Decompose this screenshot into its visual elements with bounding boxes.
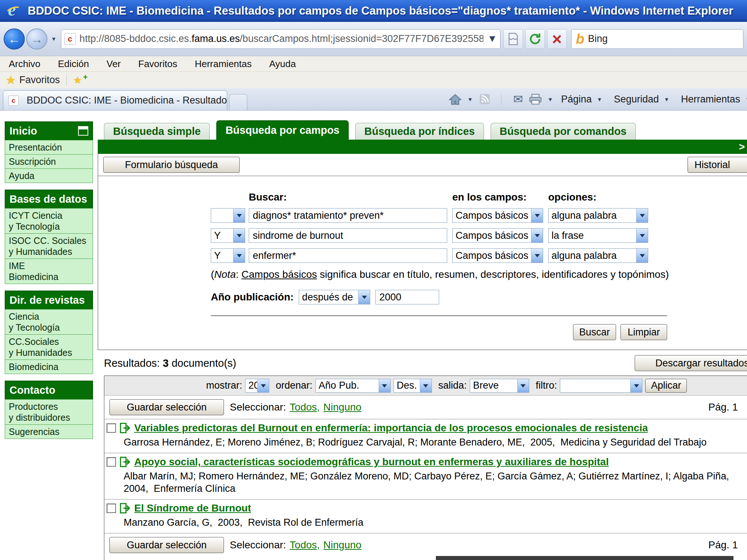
result-item: El Síndrome de Burnout Manzano García, G… — [104, 499, 747, 533]
sidebar-item-suscripcion[interactable]: Suscripción — [5, 154, 93, 169]
field-select[interactable]: Campos básicos — [452, 248, 543, 263]
field-select[interactable]: Campos básicos — [452, 228, 543, 243]
forward-button[interactable]: → — [26, 28, 47, 50]
search-term-input[interactable] — [249, 248, 447, 263]
result-checkbox[interactable] — [107, 503, 116, 513]
address-dropdown[interactable]: ▼ — [483, 33, 497, 44]
sidebar-item-ciencia-tecnologia[interactable]: Ciencia y Tecnología — [5, 309, 93, 335]
select-none-link[interactable]: Ninguno — [324, 401, 361, 413]
year-input[interactable] — [375, 290, 439, 304]
tab-busqueda-por-campos[interactable]: Búsqueda por campos — [216, 120, 349, 140]
campos-basicos-link[interactable]: Campos básicos — [241, 269, 317, 280]
select-none-link[interactable]: Ninguno — [324, 539, 361, 551]
sidebar-item-ime[interactable]: IME Biomedicina — [5, 258, 93, 284]
descargar-resultados-button[interactable]: Descargar resultados — [635, 355, 747, 371]
tools-menu-button[interactable]: Herramientas ▼ — [677, 94, 747, 105]
refresh-button[interactable] — [525, 29, 545, 49]
sidebar-item-ayuda[interactable]: Ayuda — [5, 168, 93, 183]
select-all-link[interactable]: Todos — [290, 401, 317, 413]
search-term-input[interactable] — [249, 208, 447, 223]
guardar-seleccion-button[interactable]: Guardar selección — [109, 399, 224, 415]
sidebar-item-icyt[interactable]: ICYT Ciencia y Tecnología — [5, 208, 93, 234]
back-arrow-icon: ← — [8, 33, 20, 45]
menu-favoritos[interactable]: Favoritos — [138, 58, 177, 70]
search-term-input[interactable] — [249, 228, 447, 243]
form-content: Buscar: en los campos: opciones: Campos … — [98, 176, 747, 350]
back-button[interactable]: ← — [4, 28, 25, 50]
option-select[interactable]: alguna palabra — [548, 248, 648, 263]
search-box[interactable]: b Bing — [571, 29, 743, 49]
menu-ayuda[interactable]: Ayuda — [269, 58, 296, 70]
aplicar-button[interactable]: Aplicar — [645, 379, 687, 393]
star-icon: ★ — [73, 75, 82, 85]
window-icon[interactable] — [78, 126, 88, 136]
option-select[interactable]: alguna palabra — [548, 208, 648, 223]
ordenar-select[interactable]: Año Pub. — [316, 379, 391, 393]
page-menu-button[interactable]: Página ▼ — [557, 94, 608, 105]
home-button[interactable] — [448, 92, 463, 106]
sidebar-item-biomedicina[interactable]: Biomedicina — [5, 359, 93, 374]
tab-busqueda-por-indices[interactable]: Búsqueda por índices — [355, 123, 484, 140]
boolean-operator-select[interactable]: Y — [211, 248, 245, 263]
menu-ver[interactable]: Ver — [107, 58, 121, 70]
seleccionar-label: Seleccionar: — [230, 539, 286, 551]
export-record-icon[interactable] — [120, 503, 131, 514]
salida-select[interactable]: Breve — [470, 379, 529, 393]
export-record-icon[interactable] — [120, 423, 131, 433]
result-checkbox[interactable] — [107, 423, 116, 433]
mostrar-select[interactable]: 20 — [245, 379, 269, 393]
guardar-seleccion-button[interactable]: Guardar selección — [109, 537, 224, 553]
historial-button[interactable]: Historial — [688, 157, 747, 173]
security-menu-label: Seguridad — [614, 94, 659, 105]
plus-icon: + — [83, 73, 88, 82]
security-menu-button[interactable]: Seguridad ▼ — [610, 94, 675, 105]
print-dropdown[interactable]: ▼ — [545, 97, 555, 102]
field-select[interactable]: Campos básicos — [452, 208, 543, 223]
tab-busqueda-por-comandos[interactable]: Búsqueda por comandos — [491, 123, 636, 140]
filtro-select[interactable] — [560, 379, 642, 393]
sidebar-header-label: Bases de datos — [9, 193, 87, 205]
formulario-busqueda-button[interactable]: Formulario búsqueda — [103, 157, 240, 173]
tools-menu-label: Herramientas — [681, 94, 740, 105]
menu-edicion[interactable]: Edición — [58, 58, 89, 70]
boolean-operator-select[interactable]: Y — [211, 228, 245, 243]
boolean-operator-select[interactable] — [211, 208, 245, 223]
select-all-link[interactable]: Todos — [290, 539, 317, 551]
result-title-link[interactable]: El Síndrome de Burnout — [134, 502, 251, 514]
add-favorite-button[interactable]: ★ + — [73, 75, 87, 85]
sidebar-header-inicio[interactable]: Inicio — [5, 121, 93, 140]
tab-busqueda-simple[interactable]: Búsqueda simple — [104, 123, 210, 140]
result-title-link[interactable]: Variables predictoras del Burnout en enf… — [134, 422, 648, 434]
compatibility-view-button[interactable] — [503, 29, 523, 49]
expand-arrow[interactable]: > — [739, 142, 745, 152]
recent-pages-dropdown[interactable]: ▼ — [49, 36, 59, 42]
sidebar-header-bases-de-datos[interactable]: Bases de datos — [5, 190, 93, 209]
sidebar-item-presentacion[interactable]: Presentación — [5, 140, 93, 155]
option-select[interactable]: la frase — [548, 228, 648, 243]
home-dropdown[interactable]: ▼ — [465, 97, 475, 102]
sidebar-item-cc-sociales[interactable]: CC.Sociales y Humanidades — [5, 334, 93, 360]
year-operator-select[interactable]: después de — [299, 290, 370, 304]
sidebar-item-isoc[interactable]: ISOC CC. Sociales y Humanidades — [5, 233, 93, 259]
read-mail-button[interactable]: ✉ — [510, 92, 526, 106]
browser-tab[interactable]: c BDDOC CSIC: IME - Biomedicina - Result… — [3, 90, 227, 110]
print-button[interactable] — [528, 92, 543, 106]
favorites-button[interactable]: ★ Favoritos — [6, 74, 60, 86]
sidebar-item-productores[interactable]: Productores y distribuidores — [5, 399, 93, 425]
direction-select[interactable]: Des. — [394, 379, 432, 393]
feeds-button[interactable] — [477, 92, 492, 106]
new-tab-button[interactable] — [229, 94, 247, 110]
sidebar-header-contacto[interactable]: Contacto — [5, 381, 93, 400]
chevron-down-icon: ▼ — [595, 97, 604, 102]
stop-button[interactable]: × — [547, 29, 567, 49]
result-title-link[interactable]: Apoyo social, características sociodemog… — [134, 456, 609, 468]
result-checkbox[interactable] — [107, 457, 116, 467]
sidebar-item-sugerencias[interactable]: Sugerencias — [5, 424, 93, 439]
sidebar-header-dir-revistas[interactable]: Dir. de revistas — [5, 291, 93, 310]
menu-herramientas[interactable]: Herramientas — [195, 58, 252, 70]
limpiar-button[interactable]: Limpiar — [620, 324, 667, 340]
buscar-button[interactable]: Buscar — [573, 324, 616, 340]
menu-archivo[interactable]: Archivo — [9, 58, 40, 70]
address-input[interactable]: c http://8085-bddoc.csic.es.fama.us.es/b… — [61, 29, 500, 49]
export-record-icon[interactable] — [120, 456, 131, 467]
